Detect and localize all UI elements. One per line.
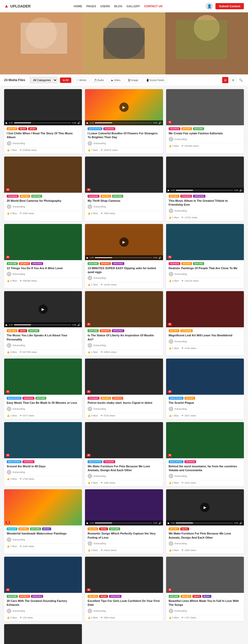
tag[interactable]: FASHION [103,127,115,130]
tag[interactable]: NEWS [28,127,37,130]
list-view-button[interactable]: ☰ [230,77,236,83]
video-play-button[interactable]: ▶ [38,305,48,314]
tag[interactable]: NATURE [169,595,180,598]
tag[interactable]: MOVIES [7,127,17,130]
tag[interactable]: FASHION [88,195,99,198]
tag[interactable]: NATURE [88,262,99,265]
tab-social[interactable]: 📲 Social Feeds [143,77,167,83]
progress-bar[interactable] [95,257,152,258]
tag[interactable]: MOVIES [181,127,192,130]
tag[interactable]: MOVIES [18,527,29,530]
tag[interactable]: COOKING [180,329,193,332]
tag[interactable]: UPDATES [31,595,43,598]
tag[interactable]: DESIGN [7,527,17,530]
tag[interactable]: MOVIES [88,595,98,598]
play-icon[interactable]: ▶ [87,522,89,524]
tab-all[interactable]: ⊕ All [60,77,71,83]
tag[interactable]: MOVIES [20,195,30,198]
tag[interactable]: MOVIES [181,262,192,265]
video-play-button[interactable]: ▶ [119,103,129,112]
tag[interactable]: NEWS [18,127,27,130]
progress-bar[interactable] [176,523,233,523]
tag[interactable]: MOVIES [181,595,191,598]
tab-video[interactable]: ▶ Video [109,77,123,83]
tag[interactable]: EDUCATION [7,397,21,400]
tab-image[interactable]: 🖼 Image [125,77,141,83]
submit-content-button[interactable]: Submit Content [215,3,244,9]
progress-bar[interactable] [176,190,233,191]
tag[interactable]: NATURE [88,329,99,332]
tag[interactable]: NATURE [28,329,39,332]
tag[interactable]: SPORTS [100,262,111,265]
tab-article[interactable]: 📄 Article [73,77,89,83]
category-select[interactable]: All Categories [30,77,57,83]
tag[interactable]: SPORTS [19,262,30,265]
tag[interactable]: NATURE [35,397,47,400]
tag[interactable]: NATURE [193,127,204,130]
nav-pages[interactable]: PAGES [86,5,96,8]
tag[interactable]: NATURE [109,527,120,530]
tag[interactable]: FASHION [7,195,19,198]
tag[interactable]: NATURE [193,262,204,265]
search-button[interactable]: 🔍 [238,77,244,83]
volume-icon[interactable]: 🔊 [77,323,80,326]
tag[interactable]: UPDATES [31,262,43,265]
audio-player[interactable]: ▶ 0:00 0:00 🔊 [4,120,82,125]
audio-player[interactable]: ▶ 0:00 0:00 🔊 [85,521,163,525]
tag[interactable]: UPDATES [193,195,205,198]
volume-icon[interactable]: 🔊 [239,522,242,524]
tag[interactable]: MOVIES [169,527,179,530]
volume-icon[interactable]: 🔊 [239,189,242,192]
video-controls[interactable]: ▶ 0:00 0:00 🔊 [85,120,163,125]
tag[interactable]: NATURE [7,595,18,598]
volume-icon[interactable]: 🔊 [158,256,161,259]
volume-icon[interactable]: 🔊 [158,121,161,124]
tag[interactable]: UPDATES [109,595,121,598]
grid-view-button[interactable]: ⊞ [222,77,228,83]
nav-gallery[interactable]: GALLERY [127,5,140,8]
tag[interactable]: NATURE [30,527,41,530]
nav-home[interactable]: HOME [74,5,82,8]
tag[interactable]: MOVIES [100,397,111,400]
progress-bar[interactable] [14,122,71,123]
video-controls[interactable]: ▶ 0:00 0:00 🔊 [166,521,244,525]
tag[interactable]: EDUCATION [88,460,102,463]
progress-bar[interactable] [95,122,152,123]
progress-bar[interactable] [14,324,71,325]
tag[interactable]: NEWS [18,329,27,332]
tag[interactable]: NEWS [99,595,108,598]
tag[interactable]: SPORTS [100,329,111,332]
play-icon[interactable]: ▶ [6,323,8,326]
tag[interactable]: NATURE [31,195,42,198]
play-icon[interactable]: ▶ [6,121,8,124]
progress-bar[interactable] [95,523,152,523]
tag[interactable]: SPORTS [112,397,123,400]
tag[interactable]: MOVIES [88,527,98,530]
play-icon[interactable]: ▶ [168,189,170,192]
tag[interactable]: NATURE [112,195,123,198]
nav-users[interactable]: USERS [100,5,110,8]
tag[interactable]: UPDATES [112,262,124,265]
tag[interactable]: FASHION [169,262,181,265]
video-play-button[interactable]: ▶ [200,503,210,512]
volume-icon[interactable]: 🔊 [77,121,80,124]
video-controls[interactable]: ▶ 0:00 0:00 🔊 [4,322,82,327]
tag[interactable]: FASHION [103,460,115,463]
tag[interactable]: UPDATES [112,329,124,332]
tag[interactable]: FASHION [180,195,192,198]
tag[interactable]: NEWS [99,527,108,530]
tag[interactable]: EDUCATION [169,397,183,400]
tag[interactable]: MOVIES [7,329,17,332]
tab-audio[interactable]: 🎵 Audio [91,77,107,83]
tag[interactable]: FASHION [22,460,34,463]
tag[interactable]: FASHION [169,127,181,130]
tag[interactable]: NEWS [192,595,201,598]
audio-player[interactable]: ▶ 0:00 0:00 🔊 [166,188,244,193]
tag[interactable]: MOVIES [184,397,195,400]
play-icon[interactable]: ▶ [168,522,170,524]
volume-icon[interactable]: 🔊 [158,522,161,524]
play-icon[interactable]: ▶ [87,121,89,124]
video-play-button[interactable]: ▶ [119,237,129,247]
tag[interactable]: FASHION [184,460,196,463]
tag[interactable]: NEWS [180,527,189,530]
